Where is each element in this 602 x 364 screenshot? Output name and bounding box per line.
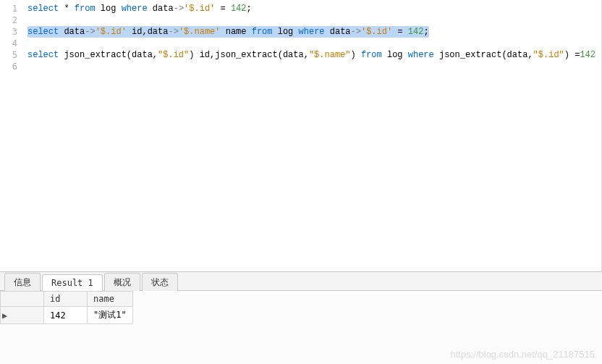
line-number: 1: [0, 3, 17, 14]
cell[interactable]: "测试1": [88, 307, 133, 324]
line-number: 4: [0, 38, 17, 49]
table-row[interactable]: ▶142"测试1": [1, 307, 133, 324]
column-header[interactable]: id: [44, 292, 88, 307]
line-number-gutter: 123456: [0, 0, 23, 271]
line-number: 5: [0, 49, 17, 61]
tab-信息[interactable]: 信息: [4, 273, 41, 291]
code-line[interactable]: [27, 61, 601, 72]
results-panel: 信息Result 1概况状态 idname ▶142"测试1" https://…: [0, 271, 602, 364]
code-area[interactable]: select * from log where data->'$.id' = 1…: [23, 0, 601, 271]
selection-highlight: select data->'$.id' id,data->'$.name' na…: [27, 26, 429, 38]
tab-概况[interactable]: 概况: [104, 273, 140, 291]
code-line[interactable]: [27, 14, 601, 26]
code-line[interactable]: select data->'$.id' id,data->'$.name' na…: [27, 26, 601, 38]
result-grid[interactable]: idname ▶142"测试1": [0, 291, 133, 324]
grid-corner: [1, 292, 44, 307]
line-number: 6: [0, 61, 17, 72]
code-line[interactable]: select json_extract(data,"$.id") id,json…: [27, 49, 601, 61]
sql-editor[interactable]: 123456 select * from log where data->'$.…: [0, 0, 602, 271]
code-line[interactable]: [27, 38, 601, 49]
column-header[interactable]: name: [88, 292, 133, 307]
line-number: 3: [0, 26, 17, 38]
cell[interactable]: 142: [44, 307, 88, 324]
row-marker-icon: ▶: [1, 307, 44, 324]
grid-header-row: idname: [1, 292, 133, 307]
tab-状态[interactable]: 状态: [142, 273, 178, 291]
watermark-text: https://blog.csdn.net/qq_21187515: [451, 349, 595, 360]
line-number: 2: [0, 14, 17, 26]
code-line[interactable]: select * from log where data->'$.id' = 1…: [27, 3, 601, 14]
tab-result-1[interactable]: Result 1: [42, 274, 103, 291]
result-tabs: 信息Result 1概况状态: [0, 272, 602, 291]
